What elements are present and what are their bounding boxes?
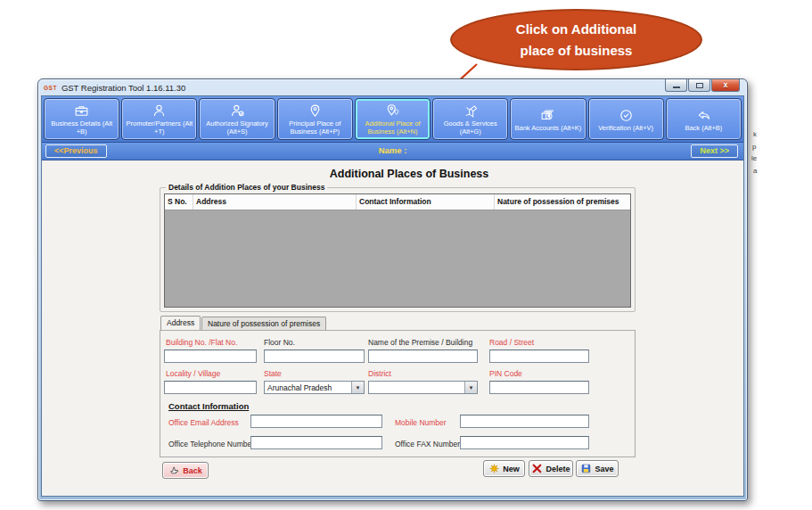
delete-button[interactable]: Delete — [529, 460, 573, 477]
background-text-fragment: k — [753, 130, 757, 138]
toolbar-button-additional-place[interactable]: Additional Place of Business (Alt+N) — [355, 98, 431, 140]
background-text-fragment: p — [752, 143, 756, 151]
app-window: GST GST Registration Tool 1.16.11.30 x B… — [37, 78, 748, 501]
new-button[interactable]: New — [483, 460, 525, 477]
map-pin-plus-icon — [384, 103, 401, 119]
delete-button-label: Delete — [545, 465, 570, 473]
toolbar-button-promoter-partners[interactable]: Promoter/Partners (Alt +T) — [121, 98, 197, 140]
label-district: District — [368, 369, 391, 378]
label-pin-code: PIN Code — [489, 369, 522, 378]
label-road-street: Road / Street — [489, 338, 534, 347]
toolbar-button-back[interactable]: Back (Alt+B) — [666, 98, 742, 140]
toolbar-label: Authorized Signatory — [206, 119, 268, 128]
toolbar-label: Goods & Services — [444, 119, 497, 128]
briefcase-icon — [73, 103, 90, 119]
pin-code-input[interactable] — [489, 381, 589, 394]
callout-line-2: place of business — [452, 40, 701, 61]
map-pin-icon — [307, 103, 324, 119]
toolbar-shortcut: (Alt+K) — [561, 124, 581, 132]
close-button[interactable]: x — [711, 79, 740, 92]
office-telephone-input[interactable] — [250, 436, 382, 449]
toolbar-button-principal-place[interactable]: Principal Place of Business (Alt+P) — [277, 98, 353, 140]
maximize-icon — [696, 83, 703, 88]
label-locality: Locality / Village — [166, 369, 220, 378]
window-title: GST Registration Tool 1.16.11.30 — [62, 83, 185, 93]
background-text-fragment: le — [751, 154, 757, 162]
office-fax-input[interactable] — [460, 436, 589, 449]
main-toolbar: Business Details (Alt +B) Promoter/Partn… — [42, 96, 743, 143]
state-selected-value: Arunachal Pradesh — [265, 383, 351, 392]
save-button[interactable]: Save — [576, 460, 619, 477]
office-email-input[interactable] — [250, 415, 382, 428]
back-button-label: Back — [183, 466, 202, 475]
minimize-icon — [673, 86, 680, 88]
app-icon: GST — [44, 85, 57, 91]
label-office-email: Office Email Address — [168, 418, 239, 427]
table-header-row: S No. Address Contact Information Nature… — [165, 194, 630, 210]
toolbar-label: Promoter/Partners — [127, 119, 181, 128]
toolbar-button-business-details[interactable]: Business Details (Alt +B) — [44, 98, 119, 140]
column-header-address: Address — [193, 194, 357, 210]
maximize-button[interactable] — [688, 79, 710, 92]
premise-name-input[interactable] — [368, 350, 478, 363]
person-icon — [151, 103, 168, 119]
tab-address[interactable]: Address — [160, 316, 201, 330]
column-header-contact: Contact Information — [357, 194, 495, 210]
hand-back-icon — [168, 465, 180, 476]
toolbar-button-authorized-signatory[interactable]: Authorized Signatory (Alt+S) — [199, 98, 275, 140]
floor-no-input[interactable] — [264, 350, 365, 363]
label-premise-name: Name of the Premise / Building — [368, 338, 472, 347]
title-bar[interactable]: GST GST Registration Tool 1.16.11.30 x — [38, 79, 747, 95]
toolbar-shortcut: (Alt+G) — [460, 128, 481, 136]
toolbar-label: Bank Accounts — [514, 124, 559, 132]
toolbar-button-bank-accounts[interactable]: Bank Accounts (Alt+K) — [510, 98, 586, 140]
next-button[interactable]: Next >> — [691, 144, 738, 158]
callout-line-1: Click on Additional — [452, 19, 701, 39]
back-button[interactable]: Back — [162, 462, 209, 479]
toolbar-shortcut: (Alt+V) — [633, 124, 653, 132]
places-table[interactable]: S No. Address Contact Information Nature… — [164, 193, 631, 308]
page-title: Additional Places of Business — [160, 168, 659, 180]
tab-nature-of-possession[interactable]: Nature of possession of premises — [201, 317, 326, 330]
content-area: Additional Places of Business Details of… — [42, 161, 743, 496]
starburst-icon — [488, 463, 500, 474]
label-mobile-number: Mobile Number — [395, 418, 447, 427]
person-check-icon — [229, 103, 246, 119]
chevron-down-icon: ▼ — [464, 382, 477, 393]
building-no-input[interactable] — [164, 350, 257, 363]
address-form-panel: Building No. /Flat No. Floor No. Name of… — [160, 330, 636, 457]
toolbar-button-goods-services[interactable]: Goods & Services (Alt+G) — [432, 98, 508, 140]
save-button-label: Save — [595, 465, 613, 473]
back-arrow-icon — [695, 107, 712, 124]
places-groupbox: Details of Addition Places of your Busin… — [160, 187, 636, 312]
column-header-nature: Nature of possession of premises — [495, 194, 630, 210]
toolbar-label: Back — [685, 124, 700, 132]
toolbar-shortcut: (Alt+N) — [397, 128, 418, 136]
goods-box-icon — [462, 103, 479, 119]
background-text-fragment: a — [753, 167, 757, 175]
new-button-label: New — [503, 465, 520, 473]
nav-strip: <<Previous Name : Next >> — [42, 143, 743, 160]
toolbar-label: Business Details — [51, 119, 100, 128]
bank-money-icon — [539, 107, 556, 124]
delete-x-icon — [531, 463, 543, 474]
district-select[interactable]: ▼ — [368, 381, 478, 394]
road-street-input[interactable] — [489, 350, 589, 363]
label-building-no: Building No. /Flat No. — [166, 338, 237, 347]
toolbar-button-verification[interactable]: Verification (Alt+V) — [588, 98, 664, 140]
toolbar-shortcut: (Alt+B) — [701, 124, 722, 132]
label-office-telephone: Office Telephone Number — [168, 440, 254, 448]
column-header-sno: S No. — [165, 194, 193, 210]
label-office-fax: Office FAX Number — [395, 440, 460, 448]
state-select[interactable]: Arunachal Pradesh ▼ — [264, 381, 365, 394]
mobile-number-input[interactable] — [460, 415, 589, 428]
toolbar-shortcut: (Alt+P) — [319, 128, 340, 136]
label-floor-no: Floor No. — [264, 338, 295, 347]
callout-bubble: Click on Additional place of business — [450, 9, 702, 70]
minimize-button[interactable] — [665, 79, 687, 92]
save-disk-icon — [580, 463, 592, 474]
contact-information-heading: Contact Information — [168, 401, 249, 411]
table-empty-body[interactable] — [165, 210, 630, 307]
locality-input[interactable] — [164, 381, 257, 394]
window-body: Business Details (Alt +B) Promoter/Partn… — [41, 95, 744, 497]
